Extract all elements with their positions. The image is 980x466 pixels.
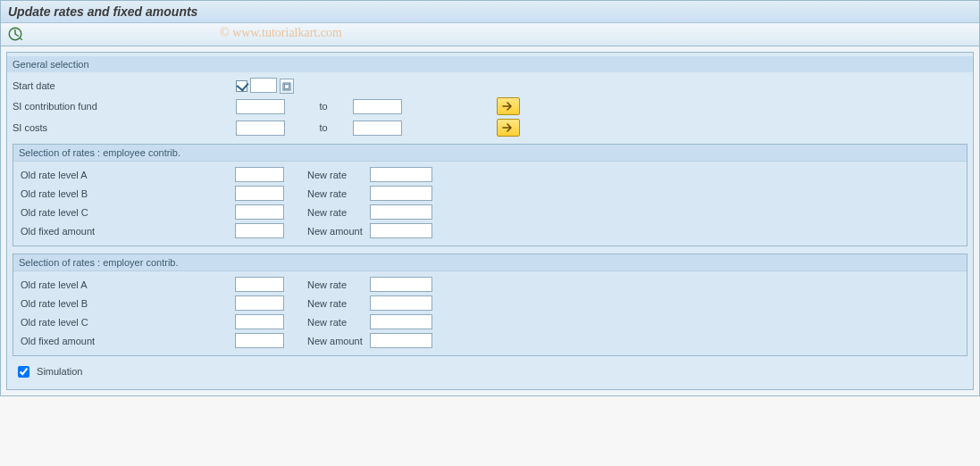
employee-new-input-3[interactable] <box>370 223 432 238</box>
employer-new-label-3: New amount <box>289 331 370 350</box>
employer-contrib-table: Old rate level ANew rateOld rate level B… <box>21 275 438 350</box>
rate-row: Old rate level BNew rate <box>21 294 438 312</box>
toolbar: © www.tutorialkart.com <box>0 23 980 46</box>
row-start-date: Start date <box>13 76 525 96</box>
employee-new-label-3: New amount <box>289 221 370 240</box>
employee-rows: Old rate level ANew rateOld rate level B… <box>21 165 438 240</box>
simulation-label: Simulation <box>37 366 82 377</box>
employer-new-label-1: New rate <box>289 294 370 312</box>
employee-contrib-header: Selection of rates : employee contrib. <box>13 145 967 162</box>
employee-old-label-3: Old fixed amount <box>21 221 235 240</box>
general-selection-form: Start date SI contribution fund to <box>13 76 525 138</box>
employer-rows: Old rate level ANew rateOld rate level B… <box>21 275 438 350</box>
employer-old-label-1: Old rate level B <box>21 294 235 312</box>
content-box: General selection Start date S <box>6 52 974 390</box>
employer-new-input-2[interactable] <box>370 314 432 329</box>
employee-new-input-1[interactable] <box>370 186 432 201</box>
employer-new-label-2: New rate <box>289 312 370 331</box>
employee-new-label-0: New rate <box>289 165 370 184</box>
start-date-label: Start date <box>13 76 236 96</box>
employee-old-input-0[interactable] <box>235 167 284 182</box>
row-si-costs: SI costs to <box>13 117 525 138</box>
start-date-check-icon <box>236 80 247 92</box>
employee-old-label-2: Old rate level C <box>21 203 235 221</box>
si-costs-to-input[interactable] <box>353 121 402 136</box>
employee-new-input-2[interactable] <box>370 204 432 220</box>
si-fund-from-input[interactable] <box>236 99 285 114</box>
employer-contrib-header: Selection of rates : employer contrib. <box>13 254 967 271</box>
simulation-checkbox[interactable] <box>18 366 29 378</box>
employee-new-label-1: New rate <box>289 184 370 203</box>
employee-old-label-1: Old rate level B <box>21 184 235 203</box>
clock-execute-icon <box>7 26 23 42</box>
employer-new-input-3[interactable] <box>370 333 432 348</box>
start-date-input[interactable] <box>250 78 277 93</box>
rate-row: Old fixed amountNew amount <box>21 221 438 240</box>
si-costs-to-label: to <box>299 117 353 138</box>
employee-old-input-3[interactable] <box>235 223 284 238</box>
rate-row: Old rate level ANew rate <box>21 165 438 184</box>
employer-old-label-0: Old rate level A <box>21 275 235 294</box>
employee-old-label-0: Old rate level A <box>21 165 235 184</box>
employer-new-input-0[interactable] <box>370 277 432 292</box>
employee-contrib-table: Old rate level ANew rateOld rate level B… <box>21 165 438 240</box>
watermark-text: © www.tutorialkart.com <box>220 26 342 40</box>
rate-row: Old fixed amountNew amount <box>21 331 438 350</box>
title-bar: Update rates and fixed amounts <box>0 0 980 23</box>
main-panel: General selection Start date S <box>0 46 980 396</box>
rate-row: Old rate level CNew rate <box>21 312 438 331</box>
si-costs-label: SI costs <box>13 117 236 138</box>
employer-new-input-1[interactable] <box>370 295 432 311</box>
employer-old-input-3[interactable] <box>235 333 284 348</box>
employer-old-input-1[interactable] <box>235 295 284 311</box>
employee-new-input-0[interactable] <box>370 167 432 182</box>
rate-row: Old rate level BNew rate <box>21 184 438 203</box>
employee-new-label-2: New rate <box>289 203 370 221</box>
si-fund-multiple-selection-button[interactable] <box>497 97 520 115</box>
employer-old-input-2[interactable] <box>235 314 284 329</box>
si-fund-label: SI contribution fund <box>13 96 236 117</box>
execute-button[interactable] <box>6 26 24 42</box>
svg-rect-2 <box>285 84 289 88</box>
employee-contrib-group: Selection of rates : employee contrib. O… <box>13 144 967 246</box>
employee-old-input-2[interactable] <box>235 204 284 220</box>
employer-old-input-0[interactable] <box>235 277 284 292</box>
si-fund-to-label: to <box>299 96 353 117</box>
employer-new-label-0: New rate <box>289 275 370 294</box>
arrow-right-icon <box>502 101 515 112</box>
si-fund-to-input[interactable] <box>353 99 402 114</box>
employer-old-label-2: Old rate level C <box>21 312 235 331</box>
simulation-row: Simulation <box>13 363 967 380</box>
row-si-fund: SI contribution fund to <box>13 96 525 117</box>
page-title: Update rates and fixed amounts <box>8 4 197 19</box>
rate-row: Old rate level ANew rate <box>21 275 438 294</box>
si-costs-from-input[interactable] <box>236 121 285 136</box>
arrow-right-icon <box>502 122 515 133</box>
general-selection-header: General selection <box>7 56 973 72</box>
rate-row: Old rate level CNew rate <box>21 203 438 221</box>
start-date-f4-button[interactable] <box>280 79 294 94</box>
employer-old-label-3: Old fixed amount <box>21 331 235 350</box>
si-costs-multiple-selection-button[interactable] <box>497 119 520 137</box>
employee-old-input-1[interactable] <box>235 186 284 201</box>
search-help-icon <box>282 82 291 91</box>
employer-contrib-group: Selection of rates : employer contrib. O… <box>13 254 967 356</box>
